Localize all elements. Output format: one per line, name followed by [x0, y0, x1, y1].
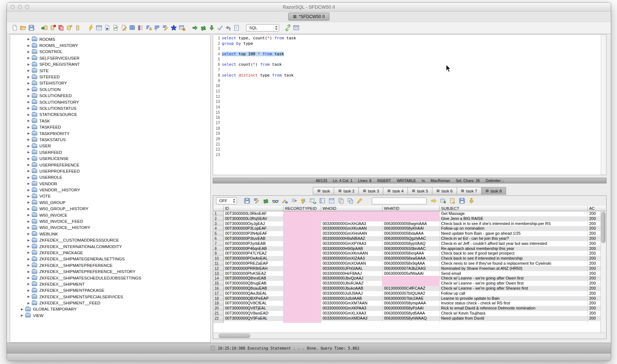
glasses-icon[interactable]: [272, 197, 279, 204]
table-cell[interactable]: 0033000000GmXKPAA3: [321, 306, 383, 311]
tree-item[interactable]: ▶VENDOR: [10, 181, 210, 187]
highlighter-icon[interactable]: [356, 197, 363, 204]
table-cell[interactable]: Check w/ Leanne - we're going after Owen…: [440, 281, 588, 286]
new-file-icon[interactable]: [11, 24, 18, 31]
tree-item[interactable]: ▶TASKPRIORITY: [10, 130, 210, 136]
tree-item[interactable]: ▶W50_GROUP: [10, 199, 210, 205]
close-tab-icon[interactable]: ⊠: [486, 188, 489, 193]
table-cell[interactable]: Check back in to see if she's interested…: [440, 221, 588, 226]
grid-hscroll-thumb[interactable]: [219, 334, 250, 338]
zoom-window-button[interactable]: [25, 5, 29, 9]
editor-line[interactable]: [222, 57, 601, 62]
db-disconnect-icon[interactable]: [49, 24, 56, 31]
save-icon[interactable]: [458, 197, 466, 204]
row-number-cell[interactable]: 19: [213, 301, 224, 306]
disclosure-triangle-icon[interactable]: ▶: [26, 75, 31, 79]
row-number-cell[interactable]: 12: [213, 266, 224, 271]
table-cell[interactable]: 00T3000000QBXPeEAP: [224, 296, 284, 301]
tree-item[interactable]: ▶GLOBAL TEMPORARY: [10, 306, 210, 312]
tree-item[interactable]: ▶ZKFEDEX__SHIPMATEPREFERENCE: [10, 262, 210, 268]
editor-line[interactable]: select distinct type from task: [222, 73, 601, 78]
list-view-icon[interactable]: [319, 197, 326, 204]
disclosure-triangle-icon[interactable]: ▶: [26, 264, 31, 267]
table-refresh-icon[interactable]: [309, 197, 316, 204]
tree-item[interactable]: ▶SFDC_REGISTRANT: [10, 61, 210, 68]
tree-item[interactable]: ▶ZKFEDEX__INTERNATIONALCOMMODITY: [10, 243, 210, 250]
editor-line[interactable]: [222, 83, 601, 89]
disclosure-triangle-icon[interactable]: ▶: [26, 163, 31, 166]
row-number-cell[interactable]: 13: [213, 271, 224, 276]
disclosure-triangle-icon[interactable]: ▶: [26, 169, 31, 173]
table-cell[interactable]: 0033000000Ju9J9AAJ: [321, 291, 383, 296]
down-yellow-icon[interactable]: [468, 197, 475, 204]
disclosure-triangle-icon[interactable]: ▶: [26, 257, 31, 261]
table-cell[interactable]: [383, 216, 440, 221]
row-number-cell[interactable]: 9: [213, 251, 224, 256]
row-number-cell[interactable]: 7: [213, 241, 224, 246]
tree-item[interactable]: ▶USERROLE: [10, 174, 210, 181]
export-table-icon[interactable]: [440, 197, 447, 204]
disclosure-triangle-icon[interactable]: ▶: [26, 226, 31, 229]
table-cell[interactable]: 0033000000GmXPYAA3: [321, 241, 383, 246]
tree-item[interactable]: ▶ZKFEDEX__CUSTOMADDRESSSOURCE: [10, 237, 210, 243]
row-number-cell[interactable]: 4: [213, 226, 224, 231]
tree-item[interactable]: ▶ZKFEDEX__SHIPMATEPREFERENCE__HISTORY: [10, 268, 210, 274]
table-cell[interactable]: 006300000058yhWAAQ: [383, 316, 440, 321]
describe-grid-icon[interactable]: [95, 24, 103, 31]
table-cell[interactable]: [321, 216, 383, 221]
tree-item[interactable]: ▶SCONTROL: [10, 49, 210, 55]
format-lines-icon[interactable]: [154, 24, 161, 31]
table-cell[interactable]: 00T3000000L0RqSEAV: [224, 216, 284, 221]
disclosure-triangle-icon[interactable]: ▶: [26, 270, 31, 273]
book-icon[interactable]: [129, 24, 136, 31]
table-cell[interactable]: 00630000005S0bnAAC: [383, 246, 440, 251]
form-view-icon[interactable]: [328, 197, 335, 204]
disclosure-triangle-icon[interactable]: ▶: [26, 38, 31, 41]
disclosure-triangle-icon[interactable]: ▶: [20, 308, 25, 311]
table-cell[interactable]: 0033000000JbukoAAB: [321, 286, 383, 291]
editor-line[interactable]: group by type: [222, 41, 601, 47]
table-cell[interactable]: [321, 211, 383, 216]
disclosure-triangle-icon[interactable]: ▶: [26, 88, 31, 91]
close-tab-icon[interactable]: ⊠: [317, 188, 320, 193]
close-tab-icon[interactable]: ⊠: [387, 188, 391, 193]
table-cell[interactable]: Check w/ Kevin Tsujihara: [440, 311, 588, 316]
db-new-icon[interactable]: [66, 24, 73, 31]
sql-editor[interactable]: 1234567891011121314151617181920212223 se…: [213, 34, 607, 175]
table-cell[interactable]: Send email: [440, 271, 588, 276]
disclosure-triangle-icon[interactable]: ▶: [26, 151, 31, 154]
tree-item[interactable]: ▶ZKFEDEX__SHIPMATESCHEDULEDJOBSSETTINGS: [10, 275, 210, 281]
table-cell[interactable]: [284, 216, 321, 221]
disclosure-triangle-icon[interactable]: ▶: [26, 232, 31, 235]
table-row[interactable]: 1700T3000000QAeJbEAL0033000000Ju9J9AAJ00…: [213, 291, 606, 296]
disclosure-triangle-icon[interactable]: ▶: [26, 188, 31, 192]
table-cell[interactable]: 0033000000GmXHnAAN: [321, 231, 383, 236]
save-icon[interactable]: [28, 24, 35, 31]
column-header[interactable]: SUBJECT: [440, 206, 588, 211]
editor-line[interactable]: [222, 110, 601, 116]
disclosure-triangle-icon[interactable]: ▶: [26, 239, 31, 242]
table-cell[interactable]: [284, 306, 321, 311]
table-cell[interactable]: 006300000058ypVAAQ: [383, 241, 440, 246]
table-cell[interactable]: 006300000058wgmAAA: [383, 221, 440, 226]
table-cell[interactable]: 00T3000000PRR8rEAH: [224, 266, 284, 271]
edit-arrow-icon[interactable]: [281, 197, 288, 204]
table-cell[interactable]: Check w/ Leanne - we're going after Shea…: [440, 286, 588, 291]
table-cell[interactable]: 00630000007bIQUAA2: [383, 291, 440, 296]
tree-item[interactable]: ▶W50_GROUP__HISTORY: [10, 206, 210, 212]
editor-line[interactable]: select top 100 * from task: [222, 52, 601, 57]
table-cell[interactable]: 006300000058x9qAAA: [383, 261, 440, 266]
row-number-cell[interactable]: 16: [213, 286, 224, 291]
swap-arrows-icon[interactable]: [262, 197, 269, 204]
commit-check-icon[interactable]: [216, 24, 224, 31]
page-play-icon[interactable]: [104, 24, 111, 31]
tree-item[interactable]: ▶SOLUTIONSTATUS: [10, 105, 210, 111]
tree-item[interactable]: ▶TASKFEED: [10, 124, 210, 130]
disclosure-triangle-icon[interactable]: ▶: [26, 126, 31, 129]
row-number-cell[interactable]: 5: [213, 231, 224, 236]
column-header[interactable]: WHATID: [383, 206, 440, 211]
table-cell[interactable]: 0033000000Ju9zlAAB: [321, 296, 383, 301]
table-cell[interactable]: 00T3000000OiyJgEAJ: [224, 221, 284, 226]
results-search-input[interactable]: [372, 198, 427, 204]
table-cell[interactable]: 006300000058xrqAAA: [383, 251, 440, 256]
